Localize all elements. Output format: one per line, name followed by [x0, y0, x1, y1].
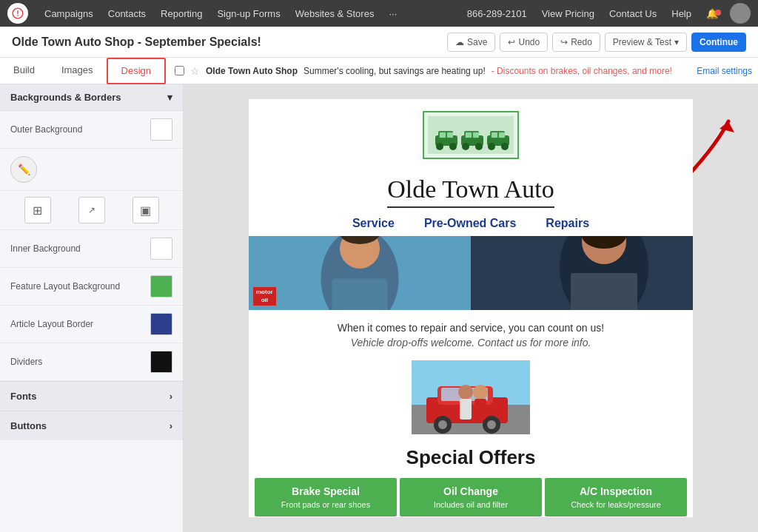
contact-us-link[interactable]: Contact Us — [603, 8, 663, 19]
preview-test-button[interactable]: Preview & Test ▾ — [605, 33, 687, 52]
user-avatar[interactable] — [730, 3, 751, 24]
svg-rect-18 — [492, 132, 497, 138]
svg-rect-13 — [473, 132, 479, 138]
dividers-row: Dividers — [0, 343, 183, 381]
offer-ac-inspection: A/C Inspection Check for leaks/pressure — [545, 478, 687, 516]
save-label: Save — [467, 37, 487, 47]
tab-images[interactable]: Images — [48, 58, 107, 84]
continue-button[interactable]: Continue — [691, 33, 746, 52]
offer-oil-title: Oil Change — [406, 485, 536, 497]
backgrounds-borders-section[interactable]: Backgrounds & Borders ▾ — [0, 84, 183, 111]
nav-contacts[interactable]: Contacts — [101, 0, 153, 27]
svg-rect-43 — [474, 399, 486, 420]
buttons-label: Buttons — [10, 420, 47, 431]
save-button[interactable]: ☁ Save — [447, 33, 495, 52]
inner-bg-label: Inner Background — [10, 243, 81, 254]
image-icon-button[interactable]: ▣ — [133, 197, 159, 223]
sidebar: Backgrounds & Borders ▾ Outer Background… — [0, 84, 184, 532]
fonts-chevron-icon: › — [170, 391, 172, 402]
nav-reporting[interactable]: Reporting — [153, 0, 209, 27]
email-settings-link[interactable]: Email settings — [697, 66, 752, 76]
backgrounds-borders-label: Backgrounds & Borders — [10, 92, 121, 103]
email-nav: Service Pre-Owned Cars Repairs — [249, 211, 693, 236]
outer-bg-label: Outer Background — [10, 124, 82, 135]
article-border-row: Article Layout Border — [0, 306, 183, 343]
buttons-section[interactable]: Buttons › — [0, 411, 183, 440]
outer-bg-swatch[interactable] — [150, 118, 172, 141]
layout-icon-row: ⊞ ↗ ▣ — [0, 191, 183, 230]
fonts-label: Fonts — [10, 391, 36, 402]
offer-oil-desc: Includes oil and filter — [406, 500, 536, 509]
main-layout: Backgrounds & Borders ▾ Outer Background… — [0, 84, 758, 532]
svg-point-16 — [488, 143, 495, 150]
nav-websites[interactable]: Websites & Stores — [288, 0, 382, 27]
resize-icon-button[interactable]: ↗ — [78, 197, 105, 223]
cloud-icon: ☁ — [455, 37, 464, 47]
undo-button[interactable]: ↩ Undo — [500, 33, 548, 52]
svg-point-40 — [458, 385, 473, 400]
article-border-label: Article Layout Border — [10, 319, 93, 329]
star-icon[interactable]: ☆ — [190, 65, 200, 77]
svg-rect-41 — [460, 399, 472, 420]
edit-icon-button[interactable]: ✏️ — [10, 156, 37, 183]
chevron-down-icon: ▾ — [167, 92, 172, 103]
svg-point-42 — [473, 385, 488, 400]
svg-rect-24 — [332, 279, 388, 311]
offer-brake-special: Brake Special Front pads or rear shoes — [255, 478, 397, 516]
nav-more[interactable]: ··· — [381, 0, 404, 27]
offer-ac-desc: Check for leaks/pressure — [551, 500, 681, 509]
notifications-button[interactable]: 🔔 — [700, 8, 724, 19]
tab-design[interactable]: Design — [107, 58, 166, 84]
view-pricing-link[interactable]: View Pricing — [536, 8, 600, 19]
special-offers-title: Special Offers — [249, 440, 693, 478]
help-link[interactable]: Help — [665, 8, 697, 19]
hero-sub: Vehicle drop-offs welcome. Contact us fo… — [278, 337, 663, 349]
top-nav: Campaigns Contacts Reporting Sign-up For… — [0, 0, 758, 27]
subject-checkbox[interactable] — [175, 66, 184, 75]
email-car-image-area — [249, 354, 693, 440]
app-logo[interactable] — [7, 3, 28, 24]
offer-ac-title: A/C Inspection — [551, 485, 681, 497]
email-subject-text: Summer's cooling, but savings are heatin… — [303, 66, 486, 76]
redo-icon: ↪ — [560, 37, 568, 47]
undo-icon: ↩ — [508, 37, 515, 47]
title-bar-actions: ☁ Save ↩ Undo ↪ Redo Preview & Test ▾ Co… — [447, 33, 746, 52]
caret-down-icon: ▾ — [674, 37, 679, 47]
email-hero: motoroil — [249, 236, 693, 310]
nav-pre-owned[interactable]: Pre-Owned Cars — [424, 217, 516, 230]
buttons-chevron-icon: › — [170, 420, 172, 431]
email-preview: Olde Town Auto Service Pre-Owned Cars Re… — [249, 99, 693, 517]
tab-bar: Build Images Design ☆ Olde Town Auto Sho… — [0, 58, 758, 84]
fonts-section[interactable]: Fonts › — [0, 381, 183, 411]
inner-bg-swatch[interactable] — [150, 238, 172, 260]
redo-button[interactable]: ↪ Redo — [552, 33, 600, 52]
tab-bar-right: ☆ Olde Town Auto Shop Summer's cooling, … — [172, 65, 758, 77]
nav-repairs[interactable]: Repairs — [546, 217, 589, 230]
hero-right — [471, 236, 693, 310]
offer-brake-desc: Front pads or rear shoes — [261, 500, 391, 509]
svg-point-17 — [501, 143, 509, 150]
svg-rect-19 — [499, 132, 505, 138]
resize-icon: ↗ — [88, 205, 95, 215]
company-name-area: Olde Town Auto — [264, 171, 678, 211]
email-biz-name: Olde Town Auto Shop — [206, 66, 298, 76]
nav-service[interactable]: Service — [352, 217, 395, 230]
nav-signup-forms[interactable]: Sign-up Forms — [209, 0, 287, 27]
article-border-swatch[interactable] — [150, 313, 172, 335]
tab-build[interactable]: Build — [0, 58, 48, 84]
feature-layout-label: Feature Layout Background — [10, 281, 120, 292]
brand-logo — [423, 111, 519, 159]
image-icon: ▣ — [140, 203, 151, 218]
grid-icon-button[interactable]: ⊞ — [24, 197, 51, 223]
dividers-swatch[interactable] — [150, 351, 172, 373]
title-bar: Olde Town Auto Shop - September Specials… — [0, 27, 758, 58]
email-logo-area — [249, 99, 693, 171]
hero-left: motoroil — [249, 236, 471, 310]
feature-layout-row: Feature Layout Background — [0, 268, 183, 306]
svg-point-10 — [462, 143, 469, 150]
email-subject-suffix: - Discounts on brakes, oil changes, and … — [492, 66, 672, 76]
nav-campaigns[interactable]: Campaigns — [37, 0, 101, 27]
feature-layout-swatch[interactable] — [150, 275, 172, 297]
email-subject-preview: Olde Town Auto Shop Summer's cooling, bu… — [206, 66, 672, 76]
motor-oil-badge: motoroil — [253, 287, 276, 306]
